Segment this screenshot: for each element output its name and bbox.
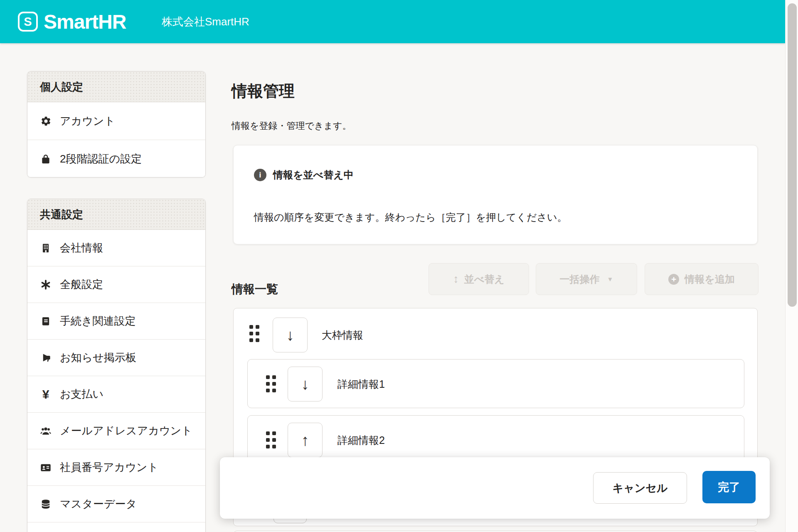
sort-action-bar: キャンセル 完了	[220, 457, 770, 519]
cancel-button[interactable]: キャンセル	[593, 472, 687, 504]
bulk-action-button[interactable]: 一括操作 ▼	[536, 263, 637, 295]
sidebar-group-title: 個人設定	[27, 71, 205, 102]
database-icon	[39, 498, 52, 511]
scrollbar-thumb[interactable]	[788, 3, 797, 307]
caret-down-icon: ▼	[607, 276, 613, 283]
sidebar-group-title: 共通設定	[27, 199, 205, 230]
sidebar-item-general-settings[interactable]: 全般設定	[27, 266, 205, 303]
sidebar-item-label: 全般設定	[60, 277, 103, 292]
yen-icon: ¥	[39, 388, 52, 401]
sidebar-item-label: アカウント	[60, 114, 115, 128]
move-down-button[interactable]: ↓	[273, 318, 308, 352]
app-header: S SmartHR 株式会社SmartHR	[0, 0, 785, 43]
page-title: 情報管理	[232, 81, 295, 101]
child-row: ↓ 詳細情報1	[247, 359, 744, 408]
sidebar-item-label: お知らせ掲示板	[60, 350, 136, 365]
sidebar-item-label: お支払い	[60, 387, 103, 401]
sidebar-item-procedure-settings[interactable]: 手続き関連設定	[27, 303, 205, 340]
sidebar-item-label: 会社情報	[60, 241, 103, 255]
move-down-button[interactable]: ↓	[288, 367, 323, 401]
smarthr-settings-screen: S SmartHR 株式会社SmartHR 個人設定 アカウント 2段階認証の設…	[0, 0, 798, 532]
sidebar-item-employee-number-accounts[interactable]: 社員番号アカウント	[27, 449, 205, 486]
sort-vertical-icon: ↕	[453, 273, 459, 286]
sidebar-item-label: 手続き関連設定	[60, 314, 136, 328]
drag-handle[interactable]	[266, 431, 276, 448]
megaphone-icon	[39, 351, 52, 365]
child-row-label: 詳細情報1	[337, 377, 385, 391]
drag-handle[interactable]	[266, 375, 276, 392]
sorting-notice-card: i 情報を並べ替え中 情報の順序を変更できます。終わったら［完了］を押してくださ…	[233, 145, 758, 244]
notice-body: 情報の順序を変更できます。終わったら［完了］を押してください。	[254, 210, 567, 224]
add-info-label: 情報を追加	[685, 273, 735, 286]
sidebar-item-announcement-board[interactable]: お知らせ掲示板	[27, 340, 205, 376]
notice-title: 情報を並べ替え中	[273, 168, 354, 182]
sidebar-item-two-factor[interactable]: 2段階認証の設定	[27, 140, 205, 177]
logo-wordmark: SmartHR	[44, 10, 126, 33]
gear-icon	[39, 114, 52, 128]
id-card-icon	[39, 461, 52, 474]
drag-handle[interactable]	[249, 325, 259, 342]
sidebar-item-label: 2段階認証の設定	[60, 152, 142, 166]
asterisk-icon	[39, 278, 52, 291]
page-description: 情報を登録・管理できます。	[232, 120, 352, 132]
book-icon	[39, 315, 52, 328]
sidebar-item-payment[interactable]: ¥ お支払い	[27, 376, 205, 413]
parent-row-label: 大枠情報	[322, 328, 363, 342]
sidebar-item-email-accounts[interactable]: メールアドレスアカウント	[27, 413, 205, 449]
logo-mark-letter: S	[24, 15, 32, 29]
smarthr-logo[interactable]: S SmartHR	[18, 0, 126, 43]
sidebar-group-common: 共通設定 会社情報 全般設定 手続き関連設定 お知らせ掲示板	[27, 199, 206, 532]
move-up-button[interactable]: ↑	[288, 423, 323, 458]
plus-circle-icon: +	[668, 274, 679, 285]
sidebar-item-label: 社員番号アカウント	[60, 460, 158, 475]
lock-icon	[39, 153, 52, 166]
arrow-up-icon: ↑	[301, 431, 309, 449]
sort-button[interactable]: ↕ 並べ替え	[429, 263, 529, 295]
done-button[interactable]: 完了	[702, 471, 756, 503]
building-icon	[39, 241, 52, 255]
bulk-action-label: 一括操作	[560, 273, 600, 286]
sidebar-group-personal: 個人設定 アカウント 2段階認証の設定	[27, 71, 206, 177]
sidebar-item-master-data[interactable]: マスターデータ	[27, 486, 205, 522]
users-icon	[39, 424, 52, 438]
notice-header: i 情報を並べ替え中	[254, 168, 354, 182]
smarthr-logo-mark-icon: S	[18, 12, 38, 32]
add-info-button[interactable]: + 情報を追加	[645, 263, 759, 295]
sidebar-item-company-info[interactable]: 会社情報	[27, 230, 205, 266]
sidebar-item-account[interactable]: アカウント	[27, 102, 205, 140]
list-section-heading: 情報一覧	[232, 281, 278, 297]
sidebar-item-label: マスターデータ	[60, 497, 137, 511]
sort-button-label: 並べ替え	[464, 273, 505, 286]
child-row-label: 詳細情報2	[337, 433, 385, 447]
info-icon: i	[254, 169, 266, 181]
arrow-down-icon: ↓	[286, 326, 294, 344]
sidebar-item-label: メールアドレスアカウント	[60, 424, 192, 438]
arrow-down-icon: ↓	[301, 375, 309, 393]
scrollbar-track[interactable]	[785, 0, 798, 532]
company-name: 株式会社SmartHR	[162, 0, 249, 43]
